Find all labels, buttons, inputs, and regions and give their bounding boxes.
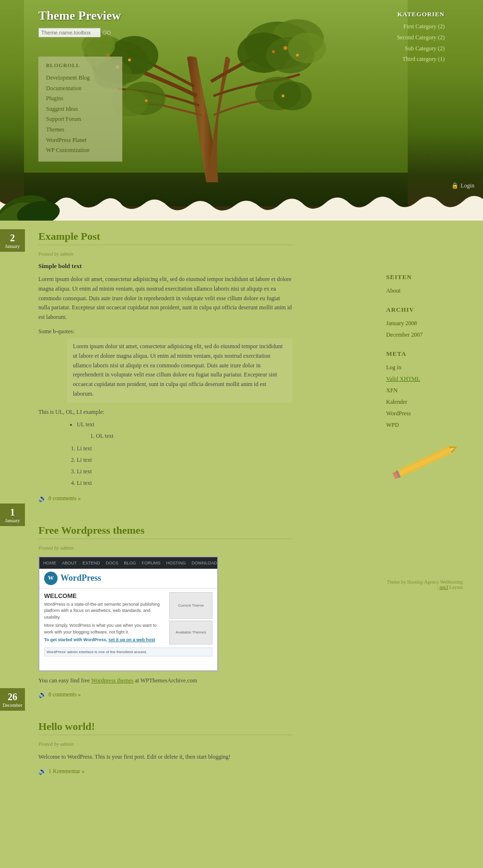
date-month: January (2, 244, 23, 249)
list-item: December 2007 (386, 329, 463, 340)
blogroll-widget: BLOGROLL Development Blog Documentation … (38, 57, 122, 162)
blogroll-link-wpcustom[interactable]: WP Customization (46, 147, 90, 153)
date-month: January (2, 518, 23, 523)
category-link-second[interactable]: Second Category (2) (397, 34, 445, 41)
category-link-first[interactable]: First Category (2) (403, 23, 445, 30)
list-item: Themes (46, 125, 115, 135)
date-badge-post-2: 1 January (0, 504, 25, 526)
speaker-icon: 🔊 (38, 767, 47, 775)
login-label: Login (460, 182, 474, 189)
wp-logo-text: WordPress (60, 573, 101, 583)
svg-point-17 (128, 59, 131, 61)
post-title-link[interactable]: Example Post (38, 230, 100, 242)
list-item: UL text OL text (77, 419, 293, 442)
list-item: WordPress Planet (46, 135, 115, 146)
wp-nav-bar: HOME ABOUT EXTEND DOCS BLOG FORUMS HOSTI… (39, 557, 217, 569)
post-body-hello: Welcome to WordPress. This is your first… (38, 752, 293, 762)
list-item: First Category (2) (397, 21, 445, 32)
list-item: Documentation (46, 83, 115, 94)
blogroll-link-support[interactable]: Support Forum (46, 116, 81, 122)
site-header: Theme Preview GO BLOGROLL Development Bl… (0, 0, 483, 221)
blogroll-link-themes[interactable]: Themes (46, 126, 64, 133)
meta-link-wpd[interactable]: WPD (386, 422, 399, 428)
posts-wrapper: 2 January 1 January 26 December Example … (0, 221, 379, 868)
comment-link-post2[interactable]: 🔊 0 comments » (38, 691, 293, 699)
svg-rect-27 (397, 446, 452, 478)
right-sidebar: SEITEN About ARCHIV January 2008 Decembe… (379, 221, 470, 868)
list-item: About (386, 285, 463, 296)
blogroll-link-docs[interactable]: Documentation (46, 85, 82, 92)
content-area: Example Post Posted by admin Simple bold… (26, 221, 302, 868)
list-item: Valid XHTML (386, 373, 463, 385)
seiten-link-about[interactable]: About (386, 287, 401, 294)
post-meta-example: Posted by admin (38, 251, 293, 257)
meta-link-login[interactable]: Log in (386, 364, 401, 371)
meta-link-xhtml[interactable]: Valid XHTML (386, 375, 420, 382)
svg-point-11 (288, 33, 326, 63)
blogroll-link-dev[interactable]: Development Blog (46, 74, 90, 81)
post-meta-wordpress: Posted by admin (38, 545, 293, 551)
meta-link-xfn[interactable]: XFN (386, 387, 398, 394)
post-wp-body: You can easy find free Wordpress themes … (38, 676, 293, 686)
list-item: Log in (386, 362, 463, 373)
category-link-sub[interactable]: Sub Category (2) (405, 45, 445, 52)
blogroll-link-suggest[interactable]: Suggest Ideas (46, 106, 78, 112)
archiv-link-dec[interactable]: December 2007 (386, 331, 423, 338)
meta-title: META (386, 350, 463, 358)
post-title-link-wp[interactable]: Free Wordpress themes (38, 524, 144, 536)
date-month: December (2, 703, 23, 708)
list-item: WP Customization (46, 145, 115, 156)
meta-link-kalender[interactable]: Kalender (386, 399, 407, 405)
blockquote-label: Some b-quotes: (38, 328, 293, 335)
kategorien-list: First Category (2) Second Category (2) S… (397, 21, 445, 65)
wp-nav-item: HOSTING (166, 561, 186, 565)
list-item: Li text (77, 443, 293, 454)
archiv-title: ARCHIV (386, 306, 463, 314)
archiv-link-jan[interactable]: January 2008 (386, 320, 417, 327)
seiten-list: About (386, 285, 463, 296)
date-badge-post-3: 26 December (0, 688, 25, 711)
post-title-example: Example Post (38, 230, 293, 243)
search-button[interactable]: GO (103, 30, 111, 35)
comment-link-post3[interactable]: 🔊 1 Kommentar » (38, 767, 293, 775)
post-body-example: Lorem ipsum dolor sit amet, consectetur … (38, 275, 293, 322)
list-item: Li text (77, 454, 293, 466)
svg-line-33 (400, 452, 452, 477)
post-title-hello: Hello world! (38, 720, 293, 733)
lock-icon: 🔒 (451, 182, 459, 189)
kategorien-widget: KATEGORIEN First Category (2) Second Cat… (397, 11, 445, 65)
post-title-link-hello[interactable]: Hello world! (38, 720, 95, 732)
post-divider (38, 245, 293, 245)
list-item: Li text (77, 477, 293, 489)
wp-nav-item: BLOG (124, 561, 136, 565)
login-link[interactable]: 🔒 Login (451, 182, 474, 189)
meta-link-wordpress[interactable]: WordPress (386, 410, 411, 417)
category-link-third[interactable]: Third category (1) (402, 56, 445, 62)
blogroll-link-wpplanet[interactable]: WordPress Planet (46, 137, 87, 143)
wp-themes-link[interactable]: Wordpress themes (91, 677, 133, 684)
pencil-decoration (386, 440, 468, 483)
torn-paper-effect (0, 182, 483, 221)
post-meta-hello: Posted by admin (38, 741, 293, 747)
footer-credit-link[interactable]: mp3 (439, 585, 448, 590)
post-lists: UL text OL text Li text Li text Li text … (67, 419, 293, 489)
post-wordpress-themes: Free Wordpress themes Posted by admin HO… (38, 524, 293, 699)
list-item: Third category (1) (397, 54, 445, 65)
meta-list: Log in Valid XHTML XFN Kalender WordPres… (386, 362, 463, 431)
search-input[interactable] (38, 28, 101, 37)
wp-content-area: WELCOME WordPress is a state-of-the-art … (39, 588, 217, 670)
sidebar-footer-area: Theme by Hosting-Agency Webhosting | mp3… (386, 579, 463, 590)
blogroll-link-plugins[interactable]: Plugins (46, 95, 63, 102)
blogroll-title: BLOGROLL (46, 62, 115, 68)
blogroll-list: Development Blog Documentation Plugins S… (46, 73, 115, 156)
search-area[interactable]: GO (38, 28, 111, 37)
comment-count-post2: 0 comments » (48, 691, 81, 698)
post-blockquote: Lorem ipsum dolor sit amet, consectetur … (67, 338, 293, 403)
comment-link-post1[interactable]: 🔊 0 comments » (38, 494, 293, 503)
comment-count-post3: 1 Kommentar » (48, 768, 84, 775)
footer-credit: Theme by Hosting-Agency Webhosting | mp3… (386, 579, 463, 590)
speaker-icon: 🔊 (38, 494, 47, 503)
svg-point-22 (145, 99, 148, 102)
list-item: Second Category (2) (397, 32, 445, 43)
date-badge-post-1: 2 January (0, 229, 25, 252)
